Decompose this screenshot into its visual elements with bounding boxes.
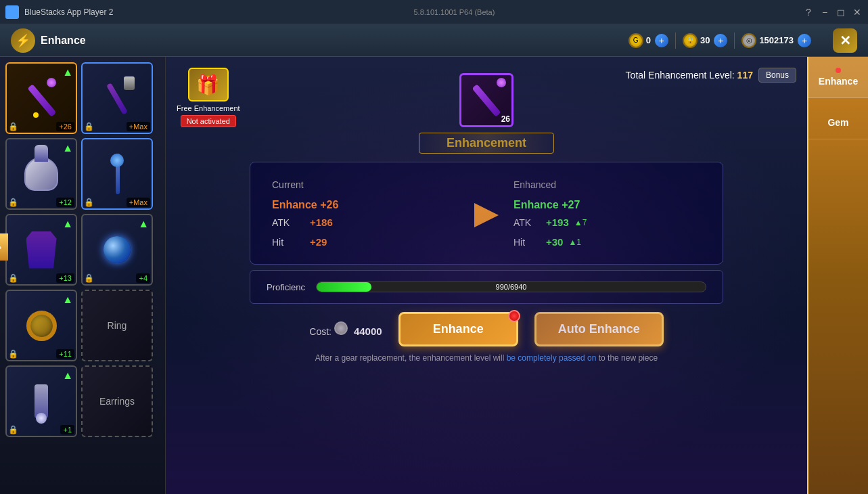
locked-gold-value: 30 <box>700 35 710 45</box>
gear-slot-ring[interactable]: ▲ 🔒 +11 <box>5 290 77 361</box>
enhance-tab-dot <box>836 68 841 73</box>
ring-label: Ring <box>108 320 127 331</box>
sidebar-row-3: ▲ 🔒 +13 ▲ 🔒 +4 <box>5 214 160 286</box>
center-area: 🎁 Free Enhancement Not activated Total E… <box>166 57 807 494</box>
add-gold-btn[interactable]: + <box>655 34 668 47</box>
chest-icon[interactable]: 🎁 <box>188 68 229 102</box>
enhance-logo: ⚡ Enhance <box>11 28 86 53</box>
restore-btn[interactable]: ◻ <box>836 7 846 18</box>
cost-label: Cost: <box>309 326 332 337</box>
up-arrow-3: ▲ <box>62 142 73 154</box>
stats-columns: Current Enhance +26 ATK +186 Hit +29 <box>272 179 701 248</box>
gear-slot-5[interactable]: ▲ 🔒 +13 <box>5 214 77 286</box>
auto-enhance-button[interactable]: Auto Enhance <box>534 312 664 346</box>
col-current: Current Enhance +26 ATK +186 Hit +29 <box>272 179 459 248</box>
silver-currency: ◎ 1502173 <box>741 33 794 48</box>
free-enhancement: 🎁 Free Enhancement Not activated <box>177 68 240 127</box>
left-sidebar: ▲ 🔒 +26 🔒 +Max <box>0 57 166 494</box>
col-arrow <box>459 179 513 227</box>
stat-atk-label: ATK <box>272 217 299 228</box>
sidebar-row-2: ▲ 🔒 +12 🔒 +Max <box>5 138 160 210</box>
proficiency-section: Proficienc 990/6940 <box>250 270 723 304</box>
footer-prefix: After a gear replacement, the enhancemen… <box>315 353 505 363</box>
separator-1 <box>675 32 676 49</box>
up-arrow-6: ▲ <box>138 218 149 230</box>
add-locked-gold-btn[interactable]: + <box>714 34 727 47</box>
close-panel-btn[interactable]: ✕ <box>833 28 857 53</box>
gear-slot-6[interactable]: ▲ 🔒 +4 <box>81 214 153 286</box>
sidebar-row-4: ▲ 🔒 +11 Ring <box>5 290 160 361</box>
separator-2 <box>734 32 735 49</box>
gear-level-5: +13 <box>56 273 74 283</box>
app-icon <box>5 5 19 19</box>
current-header: Current <box>272 179 459 191</box>
free-label: Free Enhancement <box>177 104 240 112</box>
minimize-btn[interactable]: − <box>819 7 830 18</box>
gear-slot-3[interactable]: ▲ 🔒 +12 <box>5 138 77 210</box>
titlebar: BlueStacks App Player 2 5.8.101.1001 P64… <box>0 0 868 24</box>
locked-gold-icon: 🔒 <box>683 33 698 48</box>
stat-atk-right-label: ATK <box>513 217 541 228</box>
main-container: ▲ 🔒 +26 🔒 +Max <box>0 57 868 494</box>
bottom-area: Cost: 44000 Enhance Auto Enhance After a… <box>250 312 723 363</box>
cost-display: Cost: 44000 <box>309 321 382 338</box>
gear-slot-2[interactable]: 🔒 +Max <box>81 62 153 134</box>
lock-icon-2: 🔒 <box>84 122 94 131</box>
gold-value: 0 <box>646 35 651 45</box>
ring-label-slot[interactable]: Ring <box>81 290 153 361</box>
tab-enhance[interactable]: Enhance <box>808 57 868 98</box>
stat-hit-right-label: Hit <box>513 237 541 248</box>
selected-item-frame: 26 <box>459 73 513 127</box>
earrings-label: Earrings <box>99 396 135 407</box>
enhance-button[interactable]: Enhance <box>398 312 518 346</box>
lock-icon-1: 🔒 <box>8 122 18 131</box>
lock-icon-3: 🔒 <box>8 198 18 207</box>
logo-icon: ⚡ <box>11 28 35 53</box>
stat-atk-current: +186 <box>310 217 333 228</box>
right-sidebar: › Enhance Gem <box>807 57 868 494</box>
earrings-label-slot[interactable]: Earrings <box>81 365 153 437</box>
stat-hit-current: +29 <box>310 236 327 248</box>
gear-level-6: +4 <box>136 273 150 283</box>
sidebar-row-1: ▲ 🔒 +26 🔒 +Max <box>5 62 160 134</box>
bonus-btn[interactable]: Bonus <box>758 68 796 83</box>
enhance-level-current: Enhance +26 <box>272 199 338 210</box>
not-activated-badge: Not activated <box>181 115 236 127</box>
gold-currency: G 0 <box>629 33 651 48</box>
stat-atk-increase: ▲7 <box>574 218 587 227</box>
topbar: ⚡ Enhance G 0 + 🔒 30 + ◎ 1502173 + ✕ <box>0 24 868 57</box>
gear-slot-1[interactable]: ▲ 🔒 +26 <box>5 62 77 134</box>
up-arrow-ring: ▲ <box>62 294 73 306</box>
enhance-tab-label: Enhance <box>819 76 858 87</box>
col-enhanced: Enhanced Enhance +27 ATK +193 ▲7 Hit +30… <box>513 179 701 248</box>
enhanced-label: Enhanced <box>513 179 556 190</box>
silver-value: 1502173 <box>759 35 794 45</box>
lock-icon-6: 🔒 <box>84 273 94 283</box>
help-btn[interactable]: ? <box>803 7 814 18</box>
sidebar-collapse-btn[interactable]: › <box>0 233 8 261</box>
cost-currency-icon <box>334 321 348 335</box>
lock-icon-5: 🔒 <box>8 273 18 283</box>
gear-slot-earrings[interactable]: ▲ 🔒 +1 <box>5 365 77 437</box>
gear-level-ring: +11 <box>56 349 74 359</box>
sidebar-row-5: ▲ 🔒 +1 Earrings <box>5 365 160 437</box>
tab-gem[interactable]: Gem <box>808 98 868 139</box>
cost-and-buttons: Cost: 44000 Enhance Auto Enhance <box>309 312 663 346</box>
gear-level-3: +12 <box>56 198 74 207</box>
footer-text: After a gear replacement, the enhancemen… <box>315 353 658 363</box>
gem-tab-dot <box>836 109 841 114</box>
enhance-level-next: Enhance +27 <box>513 199 580 210</box>
close-btn[interactable]: ✕ <box>852 7 863 18</box>
arrow-icon <box>474 203 499 227</box>
add-silver-btn[interactable]: + <box>798 34 811 47</box>
gear-slot-4[interactable]: 🔒 +Max <box>81 138 153 210</box>
current-label: Current <box>272 179 304 190</box>
window-controls: ? − ◻ ✕ <box>803 7 863 18</box>
locked-gold-currency: 🔒 30 <box>683 33 710 48</box>
total-enhancement-label: Total Enhancement Level: 117 <box>626 70 753 81</box>
up-arrow-5: ▲ <box>62 218 73 230</box>
proficiency-text: 990/6940 <box>317 282 706 292</box>
stat-hit-enhanced: +30 <box>546 236 563 248</box>
currency-group: G 0 + 🔒 30 + ◎ 1502173 + <box>629 32 811 49</box>
silver-icon: ◎ <box>741 33 756 48</box>
